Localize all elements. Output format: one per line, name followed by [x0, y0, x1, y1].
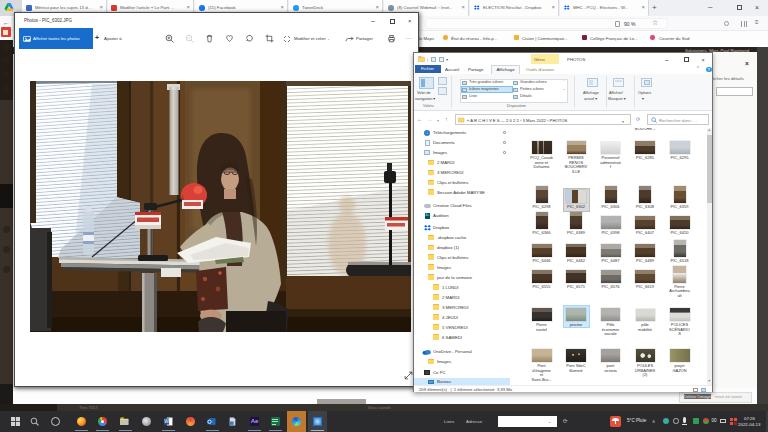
svg-text:W: W: [164, 418, 169, 424]
